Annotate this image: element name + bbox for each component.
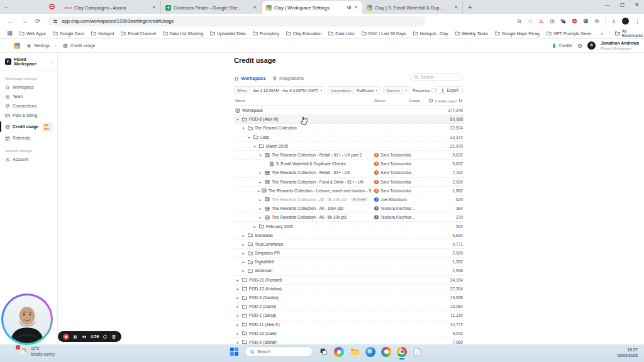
chrome-app-icon[interactable]: [397, 347, 407, 357]
chevron-right-icon[interactable]: ▸: [241, 260, 246, 264]
bookmark-item[interactable]: Data List Working: [163, 31, 204, 36]
chevron-right-icon[interactable]: ▸: [241, 268, 246, 273]
chevron-right-icon[interactable]: ▸: [235, 340, 240, 344]
tab-integrations[interactable]: Integrations: [272, 75, 304, 81]
table-row[interactable]: ▸The Rewards Collection - Leisure, trave…: [234, 187, 464, 195]
table-row[interactable]: ▸POD-2 (David)15,084: [234, 302, 464, 311]
sidebar-item-connections[interactable]: Connections: [0, 101, 57, 111]
downloads-icon[interactable]: [611, 19, 616, 24]
table-row[interactable]: ▸POD-12 (Kristina)27,304: [234, 285, 464, 293]
tab-search-icon[interactable]: ⌄: [4, 3, 9, 9]
url-text[interactable]: app.clay.com/workspaces/12893/settings/c…: [62, 18, 174, 24]
table-row[interactable]: 3. Email Waterfall & Duplicate ChecksSSa…: [234, 160, 464, 168]
chevron-right-icon[interactable]: ▸: [258, 206, 263, 211]
tab-close-icon[interactable]: ✕: [354, 5, 358, 10]
chevron-right-icon[interactable]: ▸: [235, 304, 240, 309]
stop-recording-button[interactable]: [63, 334, 69, 340]
clock-extension-icon[interactable]: [550, 19, 555, 24]
browser-tab[interactable]: Clay | 3. Email Waterfall & Dup...✕: [362, 1, 463, 14]
chevron-right-icon[interactable]: ▸: [241, 251, 246, 255]
bookmark-item[interactable]: GPT Prompts Gene...: [547, 31, 594, 36]
browser-tab[interactable]: Clay Campaigns - Asana✕: [60, 1, 161, 14]
tab-close-icon[interactable]: ✕: [454, 5, 458, 10]
chevron-right-icon[interactable]: ▸: [252, 224, 257, 229]
breadcrumb-credit-usage[interactable]: Credit usage: [63, 43, 96, 48]
tab-close-icon[interactable]: ✕: [152, 5, 156, 10]
tabs-extension-icon[interactable]: [560, 18, 566, 24]
back-button[interactable]: ←: [8, 18, 14, 25]
window-close-button[interactable]: ✕: [635, 2, 639, 8]
table-row[interactable]: ▸The Rewards Collection - All - 10k+ pt2…: [234, 204, 464, 213]
table-row[interactable]: ▸The Rewards Collection - Retail - 51+ -…: [234, 168, 464, 177]
bookmark-item[interactable]: Clay Education: [286, 31, 322, 36]
chevron-right-icon[interactable]: ▸: [241, 242, 246, 246]
table-row[interactable]: ▾The Reward Collection22,574: [234, 124, 464, 133]
chevron-right-icon[interactable]: ▸: [258, 189, 260, 193]
loom-app-icon[interactable]: [334, 347, 344, 357]
table-row[interactable]: ▾March 202521,970: [234, 142, 464, 151]
chevron-right-icon[interactable]: ▸: [235, 287, 240, 291]
chevron-right-icon[interactable]: ▸: [258, 180, 263, 184]
task-view-icon[interactable]: [318, 347, 328, 357]
table-row[interactable]: ▸POD-21 (Richard)34,164: [234, 276, 464, 285]
table-row[interactable]: ▸February 2025502: [234, 222, 464, 231]
table-row[interactable]: ▸The Rewards Collection - All - 5k-10k p…: [234, 213, 464, 222]
restart-recording-button[interactable]: [103, 334, 108, 339]
file-explorer-icon[interactable]: [350, 347, 360, 357]
table-row[interactable]: ▸TrueCommerce4,771: [234, 240, 464, 249]
site-settings-icon[interactable]: [53, 19, 58, 24]
integrations-filter[interactable]: Integrations FullEnrich▾: [328, 86, 380, 94]
apps-grid-icon[interactable]: [8, 31, 13, 36]
browser-tab[interactable]: Contracts Finder - Google She...✕: [161, 1, 262, 14]
audio-playing-icon[interactable]: [347, 5, 352, 10]
asana-extension-icon[interactable]: [538, 19, 544, 24]
search-input[interactable]: Search: [410, 73, 463, 81]
column-owner[interactable]: Owner: [374, 98, 386, 102]
chevron-down-icon[interactable]: ▾: [247, 135, 252, 140]
table-row[interactable]: ▾Lists22,374: [234, 133, 464, 142]
table-row[interactable]: ▸POD-11 (Alek K)10,772: [234, 321, 464, 329]
chevron-right-icon[interactable]: ▸: [235, 331, 240, 336]
window-maximize-button[interactable]: ▢: [620, 2, 625, 8]
delete-recording-button[interactable]: [111, 334, 116, 339]
zoom-indicator-icon[interactable]: [517, 19, 522, 24]
webcam-bubble[interactable]: [1, 293, 53, 345]
table-row[interactable]: ▾POD-8 (Alex M)80,088: [234, 115, 464, 124]
recurring-checkbox[interactable]: [431, 88, 436, 92]
browser-tab[interactable]: Clay | Workspace Settings✕: [262, 1, 362, 14]
taskbar-clock[interactable]: 19:27 09/04/2025: [617, 347, 638, 358]
sidebar-item-workspace[interactable]: Workspace: [0, 82, 57, 92]
table-row[interactable]: ▸Workman1,936: [234, 266, 464, 275]
tab-workspace[interactable]: Workspace: [234, 75, 266, 81]
column-credits[interactable]: Credits used: [428, 98, 463, 103]
bookmark-item[interactable]: Google Docs: [53, 31, 84, 36]
bookmark-item[interactable]: Hubspot - Clay: [413, 31, 448, 36]
table-row[interactable]: Workspace177,240: [234, 106, 464, 115]
history-icon[interactable]: [577, 43, 582, 48]
bookmark-item[interactable]: Google Maps Ferag: [495, 31, 540, 36]
table-row[interactable]: ▾The Rewards Collection - Retail - 51+ -…: [234, 151, 464, 160]
color-extension-icon[interactable]: [583, 18, 589, 24]
sidebar-item-plan-billing[interactable]: Plan & billing: [0, 111, 57, 120]
chevron-right-icon[interactable]: ▸: [258, 197, 263, 202]
breadcrumb-settings[interactable]: Settings: [26, 43, 50, 48]
when-filter[interactable]: When Jan 1 12:00AM - Apr 8 3:00PM (GMT)▾: [234, 86, 325, 94]
table-row[interactable]: ▸Simpatico PR2,020: [234, 249, 464, 258]
chevron-right-icon[interactable]: ▸: [235, 322, 240, 327]
window-minimize-button[interactable]: —: [605, 2, 610, 8]
chevron-down-icon[interactable]: ▾: [235, 117, 240, 121]
rewind-button[interactable]: [81, 334, 87, 339]
bookmark-item[interactable]: Hubspot: [91, 31, 114, 36]
new-tab-button[interactable]: +: [468, 3, 472, 14]
table-row[interactable]: ▸The Rewards Collection - Food & Drink -…: [234, 178, 464, 187]
column-name[interactable]: Name: [235, 98, 246, 102]
bookmark-item[interactable]: Weekly Tasks: [455, 31, 488, 36]
bookmark-item[interactable]: Web Apps: [19, 31, 46, 36]
table-row[interactable]: ▸POD-6 (Danika)19,958: [234, 293, 464, 302]
notepad-app-icon[interactable]: [413, 347, 423, 357]
sidebar-item-referrals[interactable]: Referrals: [0, 133, 57, 143]
reload-button[interactable]: ⟳: [35, 18, 40, 25]
bookmark-item[interactable]: Prompting: [253, 31, 279, 36]
export-button[interactable]: Export: [436, 86, 463, 94]
bookmark-item[interactable]: DNC / Last 90 Days: [362, 31, 406, 36]
